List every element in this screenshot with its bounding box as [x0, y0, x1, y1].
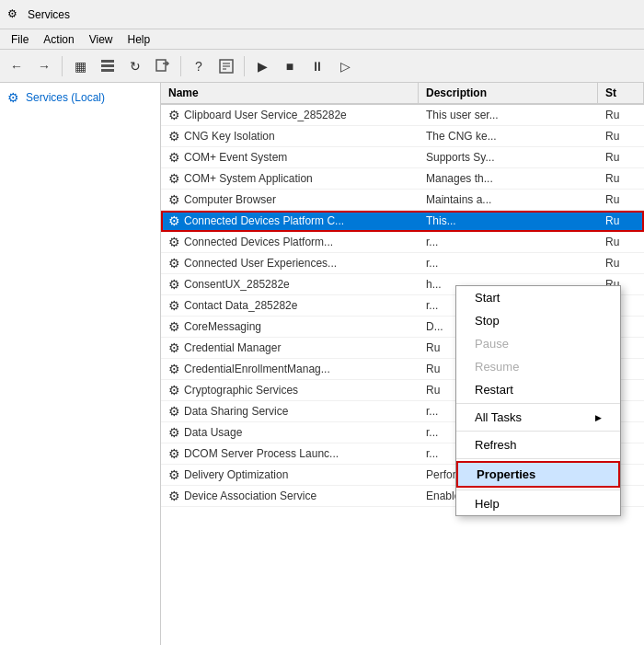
service-name-text: CNG Key Isolation — [184, 130, 275, 143]
service-icon: ⚙ — [168, 108, 180, 122]
service-name-cell: ⚙Clipboard User Service_285282e — [161, 105, 419, 125]
table-row[interactable]: ⚙Computer BrowserMaintains a...Ru — [161, 190, 644, 211]
service-status-cell: Ru — [598, 105, 644, 125]
context-menu-label: Pause — [475, 337, 509, 351]
context-menu: StartStopPauseResumeRestartAll Tasks▶Ref… — [455, 285, 621, 516]
table-row[interactable]: ⚙Clipboard User Service_285282eThis user… — [161, 105, 644, 126]
service-status-cell: Ru — [598, 253, 644, 273]
sidebar-services-local[interactable]: ⚙ Services (Local) — [0, 86, 160, 109]
view-details-button[interactable]: ▦ — [67, 53, 93, 79]
pause-button[interactable]: ⏸ — [305, 53, 330, 79]
service-name-text: Device Association Service — [184, 490, 316, 502]
context-menu-separator — [456, 490, 620, 490]
context-menu-item-properties[interactable]: Properties — [456, 461, 620, 488]
sidebar-services-local-label: Services (Local) — [26, 91, 105, 104]
refresh-button[interactable]: ↻ — [122, 53, 148, 79]
properties-button[interactable] — [213, 53, 239, 79]
service-name-cell: ⚙CoreMessaging — [161, 317, 419, 337]
main-area: ⚙ Services (Local) Name Description St ⚙… — [0, 83, 644, 645]
menu-help[interactable]: Help — [121, 31, 158, 48]
service-name-cell: ⚙DCOM Server Process Launc... — [161, 443, 419, 464]
service-name-cell: ⚙Computer Browser — [161, 190, 419, 210]
menu-bar: File Action View Help — [0, 29, 644, 50]
service-icon: ⚙ — [168, 171, 180, 186]
service-icon: ⚙ — [168, 298, 180, 313]
table-row[interactable]: ⚙Connected Devices Platform...r...Ru — [161, 232, 644, 253]
svg-rect-3 — [156, 60, 166, 71]
table-row[interactable]: ⚙COM+ Event SystemSupports Sy...Ru — [161, 147, 644, 168]
context-menu-label: Refresh — [475, 438, 517, 452]
service-name-text: ConsentUX_285282e — [184, 278, 290, 291]
context-menu-item-all-tasks[interactable]: All Tasks▶ — [456, 406, 620, 429]
service-name-text: Cryptographic Services — [184, 384, 298, 397]
service-name-text: Connected User Experiences... — [184, 257, 337, 270]
list-view-button[interactable] — [95, 53, 121, 79]
service-description-cell: r... — [419, 232, 598, 252]
service-icon: ⚙ — [168, 277, 180, 292]
context-menu-label: Start — [475, 291, 500, 305]
title-bar: ⚙ Services — [0, 0, 644, 29]
service-description-cell: Maintains a... — [419, 190, 598, 210]
stop-button[interactable]: ■ — [277, 53, 303, 79]
service-status-cell: Ru — [598, 147, 644, 167]
table-row[interactable]: ⚙CNG Key IsolationThe CNG ke...Ru — [161, 126, 644, 147]
context-menu-label: Resume — [475, 360, 519, 374]
context-menu-separator — [456, 431, 620, 432]
help-button[interactable]: ? — [186, 53, 212, 79]
service-name-text: Connected Devices Platform... — [184, 236, 333, 248]
context-menu-separator — [456, 403, 620, 404]
context-menu-item-restart[interactable]: Restart — [456, 378, 620, 401]
header-name: Name — [161, 83, 419, 103]
table-row[interactable]: ⚙Connected User Experiences...r...Ru — [161, 253, 644, 274]
context-menu-item-start[interactable]: Start — [456, 286, 620, 309]
table-header: Name Description St — [161, 83, 644, 105]
header-description: Description — [419, 83, 598, 103]
service-name-text: Contact Data_285282e — [184, 299, 297, 312]
toolbar-sep-1 — [62, 56, 63, 76]
service-description-cell: This... — [419, 211, 598, 231]
menu-file[interactable]: File — [4, 31, 36, 48]
service-icon: ⚙ — [168, 404, 180, 419]
service-status-cell: Ru — [598, 126, 644, 146]
service-icon: ⚙ — [168, 150, 180, 165]
service-description-cell: This user ser... — [419, 105, 598, 125]
content-area: Name Description St ⚙Clipboard User Serv… — [161, 83, 644, 645]
context-menu-item-help[interactable]: Help — [456, 492, 620, 515]
service-icon: ⚙ — [168, 489, 180, 503]
service-status-cell: Ru — [598, 190, 644, 210]
submenu-arrow-icon: ▶ — [595, 413, 602, 422]
context-menu-item-refresh[interactable]: Refresh — [456, 433, 620, 456]
service-description-cell: r... — [419, 253, 598, 273]
context-menu-separator — [456, 458, 620, 459]
play-button[interactable]: ▶ — [249, 53, 275, 79]
service-name-cell: ⚙Data Usage — [161, 422, 419, 443]
svg-rect-2 — [101, 69, 114, 72]
service-icon: ⚙ — [168, 192, 180, 207]
table-row[interactable]: ⚙COM+ System ApplicationManages th...Ru — [161, 168, 644, 190]
service-icon: ⚙ — [168, 362, 180, 376]
service-name-text: COM+ Event System — [184, 151, 287, 164]
service-name-cell: ⚙Device Association Service — [161, 486, 419, 506]
service-name-text: Connected Devices Platform C... — [184, 214, 344, 227]
table-row[interactable]: ⚙Connected Devices Platform C...This...R… — [161, 211, 644, 232]
svg-rect-1 — [101, 64, 114, 67]
resume-button[interactable]: ▷ — [332, 53, 358, 79]
sidebar: ⚙ Services (Local) — [0, 83, 161, 645]
service-name-cell: ⚙CredentialEnrollmentManag... — [161, 359, 419, 379]
menu-action[interactable]: Action — [36, 31, 81, 48]
service-name-text: DCOM Server Process Launc... — [184, 447, 339, 460]
context-menu-item-stop[interactable]: Stop — [456, 309, 620, 332]
context-menu-item-pause: Pause — [456, 332, 620, 355]
back-button[interactable]: ← — [4, 53, 29, 79]
service-description-cell: The CNG ke... — [419, 126, 598, 146]
menu-view[interactable]: View — [82, 31, 121, 48]
service-name-text: Data Sharing Service — [184, 405, 288, 418]
service-name-text: CoreMessaging — [184, 320, 261, 333]
service-name-text: Data Usage — [184, 426, 242, 439]
service-name-cell: ⚙Data Sharing Service — [161, 401, 419, 421]
title-text: Services — [28, 8, 70, 21]
service-name-cell: ⚙ConsentUX_285282e — [161, 274, 419, 294]
context-menu-label: Properties — [477, 467, 535, 481]
export-button[interactable] — [150, 53, 176, 79]
forward-button[interactable]: → — [31, 53, 57, 79]
